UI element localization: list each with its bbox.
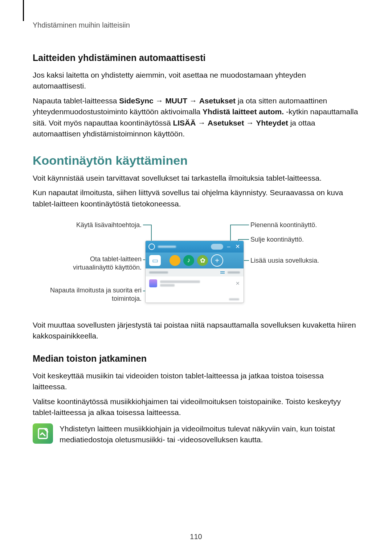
note-icon [33,423,53,444]
page-number: 110 [0,533,392,541]
refresh-icon [148,243,155,250]
window-titlebar: – ✕ [146,241,244,253]
bold-sidesync: SideSync [119,97,154,105]
notif-label-blur [149,271,168,274]
app-chip-yellow [170,255,180,266]
callout-notif-line1: Napauta ilmoitusta ja suorita eri [50,287,142,294]
arrow: → [187,97,199,105]
heading-auto-connect: Laitteiden yhdistäminen automaattisesti [33,53,359,63]
notification-item: ✕ [146,276,244,291]
window-title-blur [158,246,176,248]
dashboard-window-illustration: – ✕ ▭ ♪ ✿ + ✕ [145,241,244,303]
callout-virtual: Ota tablet-laitteen virtuaalinäyttö käyt… [33,255,142,272]
callout-virtual-line1: Ota tablet-laitteen [90,255,142,263]
bold-asetukset2: Asetukset [208,119,244,127]
arrow: → [154,97,166,105]
dismiss-icon: ✕ [236,280,240,286]
bold-asetukset: Asetukset [199,97,236,105]
text: Napauta tablet-laitteessa [33,97,119,105]
para-auto-2: Napauta tablet-laitteessa SideSync → MUU… [33,95,359,140]
para-after-diagram: Voit muuttaa sovellusten järjestystä tai… [33,320,359,342]
page-content: Yhdistäminen muihin laitteisiin Laitteid… [0,0,392,445]
tablet-icon: ▭ [149,255,161,266]
callout-minimize: Pienennä koontinäyttö. [250,221,317,229]
clear-all-blur [228,271,240,274]
para-koonti-1: Voit käynnistää usein tarvittavat sovell… [33,173,359,184]
bold-yhteydet: Yhteydet [256,119,288,127]
callout-notification: Napauta ilmoitusta ja suorita eri toimin… [33,286,142,303]
para-koonti-2: Kun napautat ilmoitusta, siihen liittyvä… [33,187,359,209]
arrow: → [244,119,256,127]
add-app-icon: + [211,254,223,267]
dashboard-diagram: Käytä lisävaihtoehtoja. Ota tablet-laitt… [33,216,359,310]
callout-options: Käytä lisävaihtoehtoja. [33,221,142,229]
note-block: Yhdistetyn laitteen musiikkiohjain ja vi… [33,423,359,446]
leader-line [230,225,249,225]
para-media-2: Valitse koontinäytössä musiikkiohjaimen … [33,396,359,418]
callout-notif-line2: toimintoja. [112,295,142,302]
list-icon [220,271,225,274]
notif-app-icon [149,279,157,287]
notif-text-blur [160,279,233,288]
leader-line [143,225,152,225]
page-spine-mark [23,0,24,21]
music-icon: ♪ [183,255,194,266]
callout-close: Sulje koontinäyttö. [250,235,304,244]
para-auto-1: Jos kaksi laitetta on yhdistetty aiemmin… [33,70,359,92]
notif-time-blur [229,298,239,300]
close-icon: ✕ [234,243,241,250]
more-pill [211,244,223,250]
minimize-icon: – [225,243,232,250]
callout-addapps: Lisää uusia sovelluksia. [250,257,319,265]
gallery-icon: ✿ [197,255,208,266]
notification-header [146,268,244,276]
para-media-1: Voit keskeyttää musiikin tai videoiden t… [33,370,359,393]
arrow: → [196,119,208,127]
app-strip: ▭ ♪ ✿ + [146,253,244,268]
heading-media: Median toiston jatkaminen [33,353,359,364]
bold-lisaa: LISÄÄ [173,119,196,127]
leader-line [238,239,249,240]
callout-virtual-line2: virtuaalinäyttö käyttöön. [73,264,142,271]
bold-yhdista: Yhdistä laitteet autom. [203,107,284,116]
running-header: Yhdistäminen muihin laitteisiin [33,21,359,29]
bold-muut: MUUT [165,97,187,105]
heading-koontinaytto: Koontinäytön käyttäminen [33,153,359,168]
note-text: Yhdistetyn laitteen musiikkiohjain ja vi… [60,423,359,446]
